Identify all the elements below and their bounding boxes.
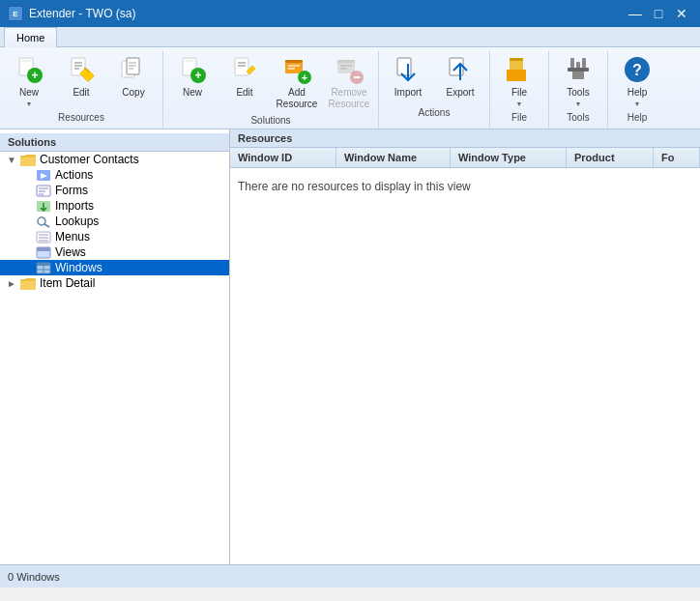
actions-group-label: Actions: [419, 107, 451, 121]
svg-rect-3: [21, 60, 31, 62]
col-header-window-name[interactable]: Window Name: [336, 148, 451, 167]
copy-button[interactable]: Copy: [108, 51, 159, 110]
minimize-button[interactable]: —: [625, 3, 646, 24]
lookups-label: Lookups: [55, 215, 99, 228]
col-header-form[interactable]: Fo: [654, 148, 700, 167]
status-text: 0 Windows: [8, 571, 60, 583]
actions-buttons: Import Export: [383, 51, 485, 105]
svg-rect-25: [285, 60, 303, 63]
window-controls: — □ ✕: [625, 3, 692, 24]
imports-icon: [35, 199, 52, 213]
window-title: Extender - TWO (sa): [29, 7, 625, 20]
svg-rect-43: [570, 58, 574, 68]
menus-label: Menus: [55, 230, 90, 243]
close-button[interactable]: ✕: [671, 3, 692, 24]
svg-rect-50: [20, 157, 36, 166]
expand-item-detail[interactable]: ►: [4, 278, 19, 289]
tree-item-views[interactable]: Views: [0, 244, 229, 260]
new-button[interactable]: + New ▼: [4, 51, 54, 110]
sidebar: Solutions ▼ Customer Contacts Actions: [0, 129, 230, 564]
svg-rect-41: [510, 58, 523, 61]
add-resource-button[interactable]: + Add Resource: [272, 51, 322, 113]
tools-buttons: Tools ▼: [553, 51, 603, 110]
imports-label: Imports: [55, 199, 94, 213]
sidebar-header: Solutions: [0, 133, 229, 152]
remove-resource-icon: [334, 54, 365, 85]
tree-item-windows[interactable]: Windows: [0, 260, 229, 275]
col-header-product[interactable]: Product: [567, 148, 654, 167]
tree-item-imports[interactable]: Imports: [0, 198, 229, 214]
svg-rect-31: [337, 60, 355, 63]
svg-rect-21: [235, 58, 248, 75]
actions-label: Actions: [55, 168, 93, 182]
app-icon: E: [8, 6, 23, 21]
customer-contacts-label: Customer Contacts: [40, 153, 139, 166]
maximize-button[interactable]: □: [648, 3, 669, 24]
import-button[interactable]: Import: [383, 51, 433, 105]
resources-buttons: + New ▼: [4, 51, 159, 110]
svg-rect-18: [185, 60, 194, 62]
new-solution-icon: +: [177, 54, 208, 85]
svg-text:+: +: [194, 69, 201, 82]
forms-label: Forms: [55, 184, 88, 197]
edit-solution-button[interactable]: Edit: [219, 51, 270, 113]
tree-item-actions[interactable]: Actions: [0, 167, 229, 183]
col-header-window-id[interactable]: Window ID: [230, 148, 336, 167]
svg-rect-42: [507, 70, 526, 81]
tools-button[interactable]: Tools ▼: [553, 51, 603, 110]
import-label: Import: [394, 87, 422, 99]
ribbon-group-help: ? Help ▼ Help: [608, 51, 666, 129]
menus-icon: [35, 230, 52, 243]
svg-rect-46: [568, 68, 589, 72]
svg-text:?: ?: [632, 62, 642, 78]
new-label: New: [19, 87, 39, 99]
edit-icon: [66, 54, 97, 85]
main-area: Solutions ▼ Customer Contacts Actions: [0, 129, 700, 564]
new-icon: +: [14, 54, 44, 85]
help-arrow: ▼: [634, 100, 641, 107]
ribbon-group-resources: + New ▼: [0, 51, 163, 129]
tab-home[interactable]: Home: [4, 27, 57, 47]
help-button[interactable]: ? Help ▼: [612, 51, 662, 110]
svg-rect-47: [572, 72, 584, 79]
new-solution-button[interactable]: + New: [167, 51, 218, 113]
svg-text:+: +: [31, 69, 38, 82]
tools-group-label: Tools: [567, 112, 589, 126]
svg-rect-66: [37, 247, 50, 251]
windows-icon: [35, 261, 52, 274]
ribbon-group-file: File ▼ File: [490, 51, 549, 129]
resource-pane: Resources Window ID Window Name Window T…: [230, 129, 700, 564]
item-detail-label: Item Detail: [40, 276, 95, 290]
expand-customer-contacts[interactable]: ▼: [4, 155, 19, 165]
col-header-window-type[interactable]: Window Type: [451, 148, 567, 167]
edit-button[interactable]: Edit: [56, 51, 106, 110]
tree-item-forms[interactable]: Forms: [0, 183, 229, 198]
help-buttons: ? Help ▼: [612, 51, 662, 110]
resource-table: Window ID Window Name Window Type Produc…: [230, 148, 700, 564]
export-button[interactable]: Export: [435, 51, 485, 105]
tools-arrow: ▼: [575, 100, 582, 107]
add-resource-label: Add Resource: [275, 87, 319, 110]
ribbon-tabs: Home: [0, 27, 700, 47]
new-arrow: ▼: [26, 100, 33, 107]
ribbon-group-tools: Tools ▼ Tools: [549, 51, 608, 129]
file-button[interactable]: File ▼: [494, 51, 544, 110]
export-icon: [445, 54, 476, 85]
copy-icon: [118, 54, 149, 85]
tree-item-customer-contacts[interactable]: ▼ Customer Contacts: [0, 152, 229, 167]
table-header: Window ID Window Name Window Type Produc…: [230, 148, 700, 168]
ribbon: Home + New ▼: [0, 27, 700, 129]
svg-line-60: [44, 224, 49, 227]
tree-item-menus[interactable]: Menus: [0, 229, 229, 244]
edit-solution-label: Edit: [236, 87, 252, 99]
solutions-buttons: + New Edit: [167, 51, 374, 113]
tools-label: Tools: [567, 87, 589, 99]
remove-resource-button[interactable]: Remove Resource: [324, 51, 374, 113]
export-label: Export: [447, 87, 475, 99]
tree-item-lookups[interactable]: Lookups: [0, 214, 229, 229]
svg-rect-45: [582, 58, 586, 68]
tree-item-item-detail[interactable]: ► Item Detail: [0, 275, 229, 291]
no-resources-message: There are no resources to display in thi…: [230, 168, 700, 205]
file-arrow: ▼: [516, 100, 523, 107]
views-label: Views: [55, 245, 86, 259]
